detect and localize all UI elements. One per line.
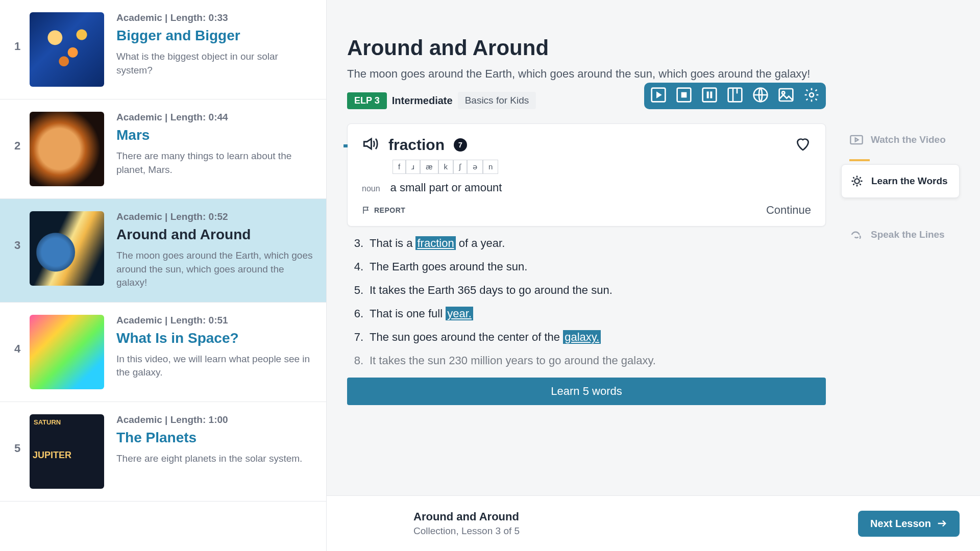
- svg-point-11: [782, 91, 785, 94]
- svg-rect-3: [703, 88, 717, 102]
- lesson-item-2[interactable]: 2 Academic | Length: 0:44 Mars There are…: [0, 99, 326, 199]
- speaker-icon[interactable]: [362, 135, 379, 155]
- globe-icon[interactable]: [752, 87, 769, 105]
- lesson-number: 3: [14, 211, 30, 252]
- media-toolbar: [644, 83, 826, 109]
- category-chip[interactable]: Basics for Kids: [458, 92, 536, 109]
- lesson-number: 1: [14, 12, 30, 53]
- word-card: fraction 7 f ɹ æ k ʃ ə n noun: [347, 123, 826, 227]
- line-3[interactable]: 3.That is a fraction of a year.: [347, 237, 826, 250]
- page-title: Around and Around: [347, 36, 960, 60]
- svg-rect-2: [681, 92, 687, 98]
- lesson-item-5[interactable]: 5 Academic | Length: 1:00 The Planets Th…: [0, 402, 326, 502]
- lesson-desc: The moon goes around the Earth, which go…: [116, 249, 316, 290]
- lesson-thumbnail: [30, 211, 104, 286]
- lesson-number: 2: [14, 112, 30, 153]
- lesson-number: 4: [14, 315, 30, 356]
- mode-tabs: Watch the Video Learn the Words Speak th…: [841, 123, 960, 251]
- definition: a small part or amount: [390, 181, 502, 194]
- line-5[interactable]: 5.It takes the Earth 365 days to go arou…: [347, 284, 826, 297]
- lesson-desc: What is the biggest object in our solar …: [116, 50, 316, 77]
- report-button[interactable]: REPORT: [362, 206, 405, 215]
- mode-watch-video[interactable]: Watch the Video: [841, 123, 960, 156]
- line-7[interactable]: 7.The sun goes around the center of the …: [347, 331, 826, 344]
- lesson-item-4[interactable]: 4 Academic | Length: 0:51 What Is in Spa…: [0, 303, 326, 402]
- lesson-item-3[interactable]: 3 Academic | Length: 0:52 Around and Aro…: [0, 199, 326, 303]
- lesson-meta: Academic | Length: 1:00: [116, 414, 316, 425]
- lesson-meta: Academic | Length: 0:52: [116, 211, 316, 222]
- mode-speak-lines[interactable]: Speak the Lines: [841, 218, 960, 251]
- lesson-meta: Academic | Length: 0:44: [116, 112, 316, 123]
- level-label: Intermediate: [392, 95, 453, 107]
- line-8[interactable]: 8.It takes the sun 230 million years to …: [347, 354, 826, 367]
- footer-bar: Around and Around Collection, Lesson 3 o…: [327, 495, 980, 551]
- lesson-thumbnail: [30, 414, 104, 489]
- transcript-lines: 3.That is a fraction of a year. 4.The Ea…: [347, 237, 826, 367]
- word-count-badge: 7: [454, 138, 467, 152]
- lesson-number: 5: [14, 414, 30, 455]
- svg-rect-4: [707, 91, 709, 98]
- active-indicator: [849, 159, 870, 161]
- lesson-title: Mars: [116, 127, 316, 143]
- pause-icon[interactable]: [701, 87, 718, 105]
- lesson-sidebar: 1 Academic | Length: 0:33 Bigger and Big…: [0, 0, 327, 551]
- part-of-speech: noun: [362, 184, 380, 193]
- lesson-thumbnail: [30, 12, 104, 87]
- lesson-title: Bigger and Bigger: [116, 28, 316, 44]
- lesson-thumbnail: [30, 315, 104, 389]
- image-icon[interactable]: [778, 87, 794, 105]
- lesson-meta: Academic | Length: 0:51: [116, 315, 316, 326]
- lesson-title: The Planets: [116, 430, 316, 446]
- lesson-title: Around and Around: [116, 227, 316, 243]
- mode-learn-words[interactable]: Learn the Words: [841, 164, 960, 198]
- svg-rect-6: [728, 88, 742, 102]
- line-6[interactable]: 6.That is one full year.: [347, 307, 826, 320]
- ipa-pronunciation: f ɹ æ k ʃ ə n: [393, 160, 811, 174]
- heart-icon[interactable]: [795, 136, 811, 154]
- continue-button[interactable]: Continue: [766, 204, 811, 217]
- line-4[interactable]: 4.The Earth goes around the sun.: [347, 260, 826, 273]
- svg-point-12: [810, 93, 814, 97]
- page-subtitle: The moon goes around the Earth, which go…: [347, 67, 960, 81]
- footer-subtitle: Collection, Lesson 3 of 5: [413, 525, 520, 537]
- elp-badge: ELP 3: [347, 92, 387, 109]
- gear-icon[interactable]: [803, 87, 820, 105]
- lesson-desc: In this video, we will learn what people…: [116, 353, 316, 380]
- svg-rect-5: [710, 91, 712, 98]
- main-area: Around and Around The moon goes around t…: [327, 0, 980, 551]
- lesson-title: What Is in Space?: [116, 330, 316, 346]
- svg-point-14: [854, 179, 859, 183]
- lesson-item-1[interactable]: 1 Academic | Length: 0:33 Bigger and Big…: [0, 0, 326, 99]
- lesson-desc: There are eight planets in the solar sys…: [116, 452, 316, 466]
- svg-rect-13: [850, 136, 862, 144]
- footer-title: Around and Around: [413, 510, 520, 523]
- lesson-meta: Academic | Length: 0:33: [116, 12, 316, 23]
- stop-icon[interactable]: [676, 87, 692, 105]
- lesson-thumbnail: [30, 112, 104, 186]
- play-icon[interactable]: [650, 87, 667, 105]
- next-lesson-button[interactable]: Next Lesson: [858, 511, 960, 537]
- lesson-desc: There are many things to learn about the…: [116, 149, 316, 177]
- word-term: fraction: [388, 136, 445, 154]
- learn-words-button[interactable]: Learn 5 words: [347, 378, 826, 405]
- columns-icon[interactable]: [727, 87, 743, 105]
